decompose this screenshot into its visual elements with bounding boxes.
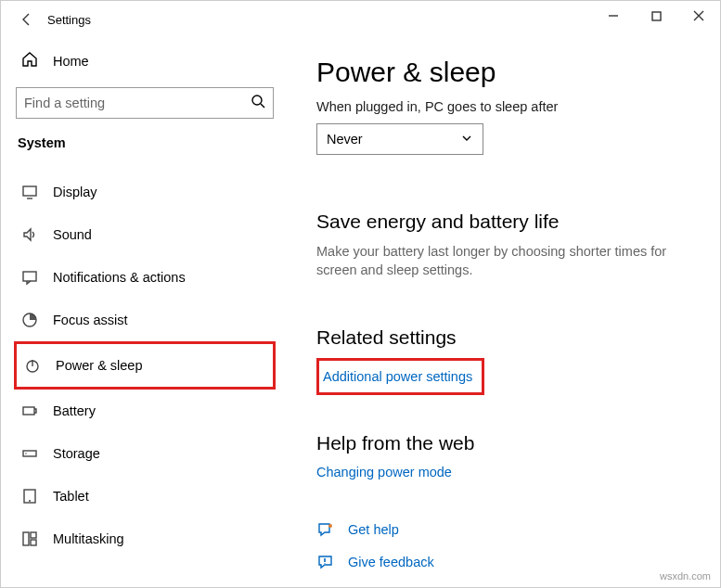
help-icon xyxy=(316,521,335,539)
sidebar-item-focus[interactable]: Focus assist xyxy=(14,299,276,341)
sidebar-item-notifications[interactable]: Notifications & actions xyxy=(14,256,276,299)
sidebar: Home System Display Sound Notifications … xyxy=(1,38,289,587)
related-heading: Related settings xyxy=(316,326,692,349)
nav-label: Notifications & actions xyxy=(53,270,186,285)
nav-label: Tablet xyxy=(53,489,89,504)
sound-icon xyxy=(21,226,38,243)
chevron-down-icon xyxy=(460,132,473,147)
svg-rect-0 xyxy=(652,12,661,20)
nav-label: Power & sleep xyxy=(56,358,143,373)
sidebar-item-home[interactable]: Home xyxy=(14,45,276,83)
search-field[interactable] xyxy=(24,96,251,110)
changing-power-mode-link[interactable]: Changing power mode xyxy=(316,465,452,479)
page-title: Power & sleep xyxy=(316,57,692,88)
svg-point-13 xyxy=(328,524,332,528)
focus-icon xyxy=(21,312,38,328)
nav-label: Sound xyxy=(53,227,92,242)
select-value: Never xyxy=(327,132,363,147)
additional-power-link[interactable]: Additional power settings xyxy=(323,369,472,384)
nav-label: Display xyxy=(53,185,97,199)
nav-label: Storage xyxy=(53,446,100,461)
nav-label: Multitasking xyxy=(53,531,124,546)
svg-point-1 xyxy=(252,96,262,105)
watermark: wsxdn.com xyxy=(660,570,711,582)
give-feedback-link[interactable]: Give feedback xyxy=(348,555,434,569)
svg-rect-12 xyxy=(31,540,36,545)
sleep-select[interactable]: Never xyxy=(316,123,483,155)
maximize-button[interactable] xyxy=(635,1,677,31)
sidebar-item-sound[interactable]: Sound xyxy=(14,213,276,256)
related-link-highlight: Additional power settings xyxy=(316,358,484,395)
search-input[interactable] xyxy=(16,87,274,119)
sidebar-item-power[interactable]: Power & sleep xyxy=(14,341,276,390)
sidebar-item-battery[interactable]: Battery xyxy=(14,390,276,432)
tablet-icon xyxy=(21,488,38,505)
svg-rect-7 xyxy=(23,451,36,456)
sidebar-item-storage[interactable]: Storage xyxy=(14,432,276,475)
energy-heading: Save energy and battery life xyxy=(316,211,692,233)
svg-rect-3 xyxy=(23,272,36,281)
give-feedback-row[interactable]: Give feedback xyxy=(316,546,692,579)
svg-point-8 xyxy=(25,453,27,454)
svg-rect-2 xyxy=(23,186,36,196)
display-icon xyxy=(21,184,38,200)
battery-icon xyxy=(21,403,38,419)
svg-rect-10 xyxy=(23,532,29,545)
storage-icon xyxy=(21,445,38,462)
minimize-button[interactable] xyxy=(592,1,635,31)
help-heading: Help from the web xyxy=(316,432,692,454)
nav-label: Battery xyxy=(53,403,96,418)
multitasking-icon xyxy=(21,530,38,547)
close-button[interactable] xyxy=(677,1,720,31)
svg-rect-6 xyxy=(23,407,34,415)
sidebar-item-display[interactable]: Display xyxy=(14,171,276,213)
home-label: Home xyxy=(53,54,89,69)
nav-label: Focus assist xyxy=(53,313,128,327)
notifications-icon xyxy=(21,269,38,286)
content-pane: Power & sleep When plugged in, PC goes t… xyxy=(289,38,720,587)
feedback-icon xyxy=(316,554,335,571)
get-help-link[interactable]: Get help xyxy=(348,522,399,537)
back-button[interactable] xyxy=(12,12,42,27)
get-help-row[interactable]: Get help xyxy=(316,514,692,546)
svg-rect-11 xyxy=(31,532,36,538)
plugged-label: When plugged in, PC goes to sleep after xyxy=(316,99,692,114)
sidebar-item-tablet[interactable]: Tablet xyxy=(14,475,276,518)
search-icon xyxy=(251,94,265,112)
energy-desc: Make your battery last longer by choosin… xyxy=(316,242,669,280)
home-icon xyxy=(21,51,38,70)
power-icon xyxy=(24,357,41,374)
sidebar-item-multitasking[interactable]: Multitasking xyxy=(14,518,276,560)
section-label: System xyxy=(14,135,276,171)
window-title: Settings xyxy=(42,13,91,27)
